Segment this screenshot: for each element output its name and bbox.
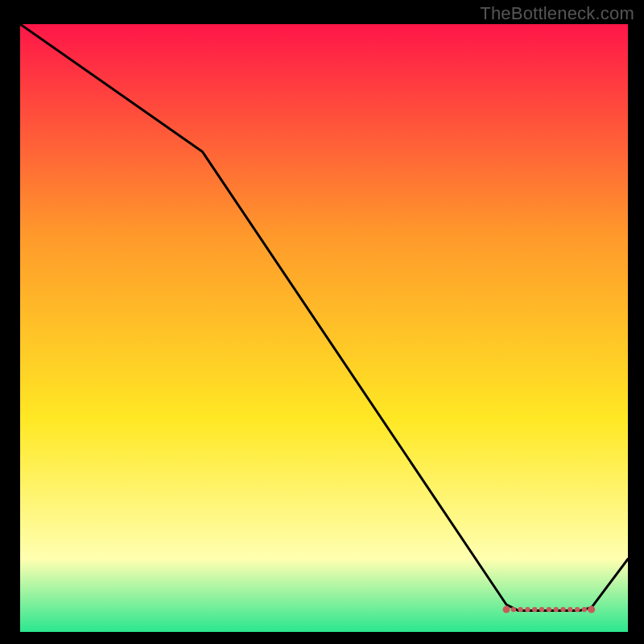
- marker-dot: [539, 607, 544, 612]
- marker-dot: [568, 607, 572, 612]
- marker-dot: [525, 607, 530, 612]
- marker-dot: [588, 606, 595, 613]
- marker-dot: [575, 607, 580, 612]
- marker-dot: [547, 607, 551, 612]
- attribution-text: TheBottleneck.com: [480, 3, 634, 24]
- marker-dot: [554, 607, 559, 612]
- marker-dot: [532, 607, 537, 612]
- marker-dot: [582, 607, 587, 612]
- marker-dot: [560, 607, 565, 612]
- chart-svg: [20, 24, 628, 632]
- marker-dot: [511, 607, 516, 612]
- chart-container: TheBottleneck.com: [0, 0, 644, 644]
- marker-dot: [503, 606, 510, 613]
- marker-dot: [518, 607, 522, 612]
- plot-area: [20, 24, 628, 632]
- gradient-background: [20, 24, 628, 632]
